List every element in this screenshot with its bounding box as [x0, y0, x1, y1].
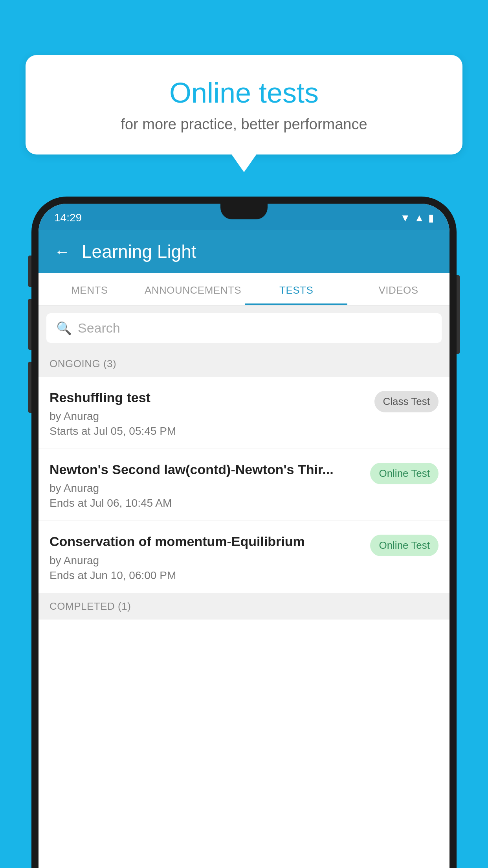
- test-info-2: Newton's Second law(contd)-Newton's Thir…: [50, 461, 362, 509]
- speech-bubble-container: Online tests for more practice, better p…: [26, 55, 462, 154]
- test-name-2: Newton's Second law(contd)-Newton's Thir…: [50, 461, 362, 478]
- search-bar[interactable]: 🔍 Search: [46, 313, 442, 343]
- bubble-subtitle: for more practice, better performance: [49, 116, 439, 133]
- tab-videos[interactable]: VIDEOS: [347, 273, 449, 305]
- test-badge-3: Online Test: [370, 535, 438, 556]
- phone-side-button-2: [28, 299, 31, 350]
- battery-icon: ▮: [428, 212, 434, 224]
- phone-side-button-3: [28, 362, 31, 413]
- test-item-1[interactable]: Reshuffling test by Anurag Starts at Jul…: [39, 377, 449, 449]
- speech-bubble: Online tests for more practice, better p…: [26, 55, 462, 154]
- wifi-icon: ▼: [400, 212, 411, 224]
- test-item-3[interactable]: Conservation of momentum-Equilibrium by …: [39, 521, 449, 593]
- completed-section-header: COMPLETED (1): [39, 593, 449, 620]
- test-by-3: by Anurag: [50, 554, 362, 567]
- test-name-3: Conservation of momentum-Equilibrium: [50, 533, 362, 550]
- app-title: Learning Light: [82, 241, 196, 262]
- search-placeholder: Search: [78, 320, 120, 336]
- tab-announcements[interactable]: ANNOUNCEMENTS: [141, 273, 245, 305]
- bubble-title: Online tests: [49, 77, 439, 109]
- app-header: ← Learning Light: [39, 230, 449, 273]
- tab-tests[interactable]: TESTS: [245, 273, 347, 305]
- test-info-3: Conservation of momentum-Equilibrium by …: [50, 533, 362, 581]
- test-list: Reshuffling test by Anurag Starts at Jul…: [39, 377, 449, 868]
- phone-container: 14:29 ▼ ▲ ▮ ← Learning Light MENTS ANNOU…: [31, 197, 457, 868]
- phone-side-button-right: [457, 275, 460, 354]
- test-date-1: Starts at Jul 05, 05:45 PM: [50, 425, 367, 438]
- tab-bar: MENTS ANNOUNCEMENTS TESTS VIDEOS: [39, 273, 449, 305]
- phone-notch: [220, 204, 268, 219]
- phone-outer: 14:29 ▼ ▲ ▮ ← Learning Light MENTS ANNOU…: [31, 197, 457, 868]
- test-date-2: Ends at Jul 06, 10:45 AM: [50, 497, 362, 509]
- test-by-1: by Anurag: [50, 410, 367, 423]
- ongoing-section-header: ONGOING (3): [39, 351, 449, 377]
- test-info-1: Reshuffling test by Anurag Starts at Jul…: [50, 389, 367, 438]
- test-badge-2: Online Test: [370, 463, 438, 484]
- test-item-2[interactable]: Newton's Second law(contd)-Newton's Thir…: [39, 449, 449, 521]
- search-container: 🔍 Search: [39, 305, 449, 351]
- test-badge-1: Class Test: [374, 391, 438, 412]
- phone-screen: 14:29 ▼ ▲ ▮ ← Learning Light MENTS ANNOU…: [39, 204, 449, 868]
- phone-side-button-1: [28, 256, 31, 287]
- tab-ments[interactable]: MENTS: [39, 273, 141, 305]
- search-icon: 🔍: [56, 321, 72, 336]
- status-icons: ▼ ▲ ▮: [400, 212, 434, 224]
- back-button[interactable]: ←: [54, 243, 70, 261]
- signal-icon: ▲: [414, 212, 424, 224]
- test-by-2: by Anurag: [50, 482, 362, 495]
- test-name-1: Reshuffling test: [50, 389, 367, 406]
- status-time: 14:29: [54, 211, 82, 224]
- test-date-3: Ends at Jun 10, 06:00 PM: [50, 569, 362, 582]
